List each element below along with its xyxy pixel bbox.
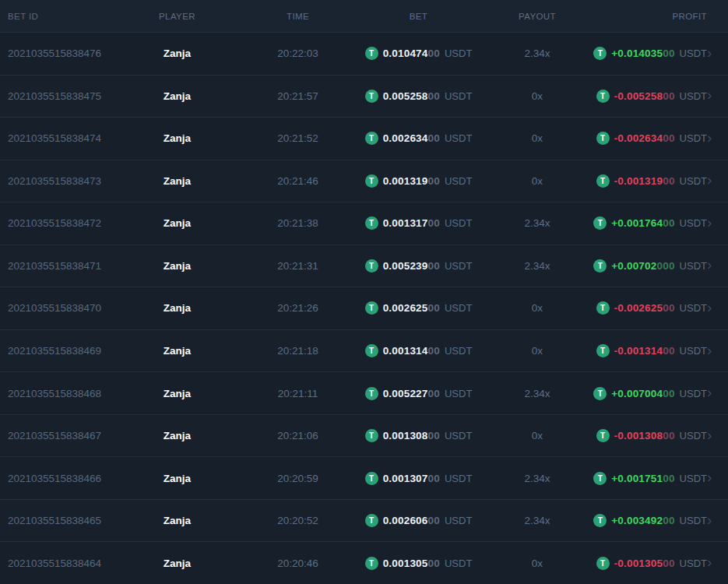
- tether-usdt-icon: T: [593, 387, 607, 400]
- column-header-time: TIME: [234, 12, 362, 21]
- currency-label: USDT: [445, 302, 472, 314]
- table-row[interactable]: 2021035515838471 Zanja 20:21:31 T 0.0052…: [0, 245, 728, 287]
- bet-amount-trailing-zeros: 00: [428, 473, 440, 484]
- bet-amount-significant: 0.002606: [383, 515, 428, 526]
- bet-amount-significant: 0.001307: [383, 473, 428, 484]
- chevron-right-icon[interactable]: ›: [707, 300, 728, 317]
- bet-amount: 0.00131400: [383, 345, 440, 357]
- tether-usdt-icon: T: [596, 344, 610, 357]
- profit-cell: T +0.00700400 USDT: [600, 387, 707, 400]
- chevron-right-icon[interactable]: ›: [707, 215, 728, 232]
- bet-amount-trailing-zeros: 00: [428, 47, 440, 59]
- currency-label: USDT: [445, 132, 472, 144]
- profit-cell: T +0.00702000 USDT: [600, 259, 707, 273]
- bet-time: 20:22:03: [234, 47, 362, 59]
- profit-amount: +0.00349200: [611, 515, 674, 526]
- table-row[interactable]: 2021035515838475 Zanja 20:21:57 T 0.0052…: [0, 75, 728, 118]
- profit-amount: -0.00130800: [614, 430, 675, 442]
- column-header-bet-id: BET ID: [0, 12, 121, 21]
- bet-amount-trailing-zeros: 00: [428, 302, 440, 314]
- payout-multiplier: 2.34x: [475, 217, 600, 229]
- bet-time: 20:21:11: [234, 388, 362, 399]
- profit-amount-trailing-zeros: 00: [663, 430, 674, 442]
- tether-usdt-icon: T: [596, 132, 610, 145]
- table-row[interactable]: 2021035515838470 Zanja 20:21:26 T 0.0026…: [0, 287, 728, 329]
- chevron-right-icon[interactable]: ›: [707, 470, 728, 487]
- bet-id: 2021035515838471: [0, 260, 121, 272]
- player-name: Zanja: [121, 558, 234, 569]
- profit-cell: T -0.00131900 USDT: [600, 174, 707, 188]
- player-name: Zanja: [121, 345, 234, 357]
- table-row[interactable]: 2021035515838474 Zanja 20:21:52 T 0.0026…: [0, 117, 728, 160]
- payout-multiplier: 0x: [475, 90, 600, 102]
- table-row[interactable]: 2021035515838469 Zanja 20:21:18 T 0.0013…: [0, 329, 728, 372]
- bet-time: 20:21:57: [234, 90, 362, 102]
- profit-amount-trailing-zeros: 00: [663, 175, 674, 187]
- bet-amount-significant: 0.002625: [383, 302, 428, 314]
- column-header-bet: BET: [362, 12, 475, 21]
- bet-time: 20:20:52: [234, 515, 362, 526]
- profit-amount-significant: +0.001764: [611, 217, 663, 229]
- chevron-right-icon[interactable]: ›: [707, 172, 728, 189]
- currency-label: USDT: [445, 558, 472, 569]
- player-name: Zanja: [121, 430, 234, 442]
- table-row[interactable]: 2021035515838464 Zanja 20:20:46 T 0.0013…: [0, 541, 728, 584]
- payout-multiplier: 0x: [475, 175, 600, 187]
- profit-amount-trailing-zeros: 00: [663, 132, 674, 144]
- table-row[interactable]: 2021035515838466 Zanja 20:20:59 T 0.0013…: [0, 456, 728, 499]
- tether-usdt-icon: T: [365, 557, 378, 570]
- chevron-right-icon[interactable]: ›: [707, 343, 728, 360]
- profit-cell: T -0.00525800 USDT: [600, 90, 707, 103]
- table-row[interactable]: 2021035515838473 Zanja 20:21:46 T 0.0013…: [0, 160, 728, 202]
- profit-cell: T -0.00130800 USDT: [600, 429, 707, 442]
- profit-cell: T +0.00176400 USDT: [600, 216, 707, 230]
- currency-label: USDT: [680, 260, 707, 272]
- bet-id: 2021035515838468: [0, 388, 121, 399]
- bet-time: 20:21:31: [234, 260, 362, 272]
- bet-amount: 0.01047400: [383, 47, 440, 59]
- chevron-right-icon[interactable]: ›: [707, 257, 728, 274]
- profit-cell: T +0.00349200 USDT: [600, 514, 707, 527]
- player-name: Zanja: [121, 260, 234, 272]
- bet-time: 20:21:46: [234, 175, 362, 187]
- player-name: Zanja: [121, 47, 234, 59]
- bet-amount-significant: 0.001314: [383, 345, 428, 357]
- profit-amount: -0.00263400: [614, 132, 675, 144]
- profit-amount-trailing-zeros: 00: [663, 47, 674, 59]
- bet-id: 2021035515838469: [0, 345, 121, 357]
- bet-id: 2021035515838470: [0, 302, 121, 314]
- currency-label: USDT: [680, 388, 707, 399]
- payout-multiplier: 2.34x: [475, 515, 600, 526]
- chevron-right-icon[interactable]: ›: [707, 512, 728, 529]
- table-row[interactable]: 2021035515838465 Zanja 20:20:52 T 0.0026…: [0, 499, 728, 542]
- chevron-right-icon[interactable]: ›: [707, 130, 728, 147]
- currency-label: USDT: [445, 90, 472, 102]
- profit-amount-significant: +0.001751: [611, 473, 663, 484]
- bet-amount: 0.00263400: [383, 132, 440, 144]
- payout-multiplier: 0x: [475, 132, 600, 144]
- profit-amount: +0.00700400: [611, 388, 674, 399]
- tether-usdt-icon: T: [365, 472, 378, 485]
- tether-usdt-icon: T: [593, 514, 607, 527]
- bet-amount-cell: T 0.00131900 USDT: [362, 174, 475, 188]
- payout-multiplier: 2.34x: [475, 260, 600, 272]
- chevron-right-icon[interactable]: ›: [707, 385, 728, 402]
- profit-cell: T -0.00130500 USDT: [600, 557, 707, 570]
- chevron-right-icon[interactable]: ›: [707, 45, 728, 62]
- currency-label: USDT: [680, 132, 707, 144]
- tether-usdt-icon: T: [596, 174, 610, 188]
- table-row[interactable]: 2021035515838472 Zanja 20:21:38 T 0.0013…: [0, 202, 728, 245]
- payout-multiplier: 2.34x: [475, 47, 600, 59]
- player-name: Zanja: [121, 515, 234, 526]
- table-row[interactable]: 2021035515838468 Zanja 20:21:11 T 0.0052…: [0, 371, 728, 414]
- chevron-right-icon[interactable]: ›: [707, 554, 728, 572]
- bet-amount-cell: T 0.00260600 USDT: [362, 514, 475, 527]
- chevron-right-icon[interactable]: ›: [707, 87, 728, 104]
- profit-amount: -0.00130500: [614, 558, 675, 569]
- table-row[interactable]: 2021035515838476 Zanja 20:22:03 T 0.0104…: [0, 32, 728, 75]
- chevron-right-icon[interactable]: ›: [707, 427, 728, 445]
- profit-amount: +0.01403500: [611, 47, 674, 59]
- bet-amount-cell: T 0.00130700 USDT: [362, 472, 475, 485]
- table-row[interactable]: 2021035515838467 Zanja 20:21:06 T 0.0013…: [0, 414, 728, 457]
- bet-amount-cell: T 0.00262500 USDT: [362, 301, 475, 315]
